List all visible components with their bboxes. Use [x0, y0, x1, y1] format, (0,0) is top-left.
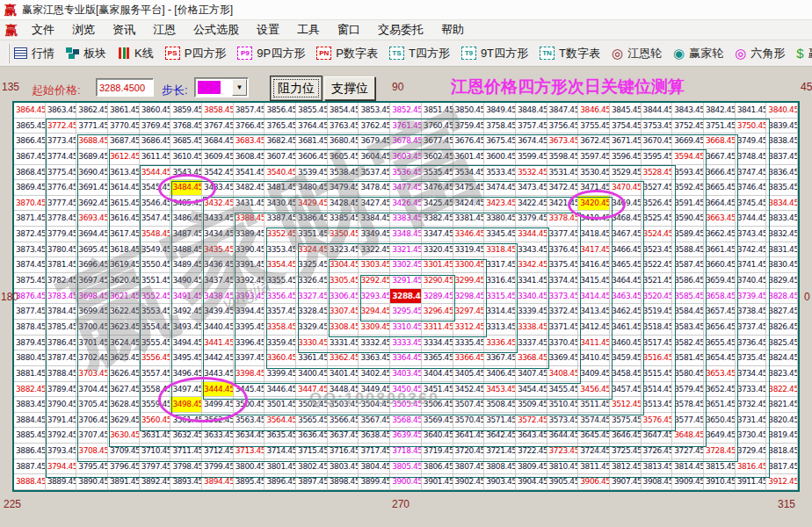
price-cell: 3580.45 [672, 366, 704, 382]
resistance-button[interactable]: 阻力位 [271, 76, 322, 100]
price-cell: 3322.45 [359, 242, 390, 258]
price-cell: 3600.45 [484, 149, 516, 165]
menu-item[interactable]: 帮助 [432, 22, 473, 38]
menu-item[interactable]: 公式选股 [185, 22, 248, 38]
price-cell: 3746.45 [736, 180, 767, 196]
price-cell: 3602.45 [422, 149, 453, 165]
price-cell: 3402.45 [359, 366, 390, 382]
toolbar-item[interactable]: ◎江恩轮 [612, 46, 662, 61]
toolbar-item[interactable]: P99P四方形 [237, 46, 305, 61]
menu-item[interactable]: 工具 [288, 22, 329, 38]
price-cell: 3795.45 [76, 459, 108, 475]
toolbar-item[interactable]: $赢家服务 [796, 46, 812, 61]
price-cell: 3731.45 [736, 413, 767, 429]
price-cell: 3542.45 [202, 165, 234, 181]
price-cell: 3307.45 [328, 304, 359, 320]
toolbar-item[interactable]: ◉赢家轮 [673, 46, 723, 61]
toolbar-item-label: 板块 [83, 46, 106, 61]
price-cell: 3888.45 [14, 474, 46, 490]
toolbar-item[interactable]: PSP四方形 [165, 46, 227, 61]
toolbar-item[interactable]: TST四方形 [389, 46, 450, 61]
price-cell: 3690.45 [76, 165, 108, 181]
price-cell: 3804.45 [359, 459, 390, 475]
price-cell: 3380.45 [484, 211, 516, 227]
toolbar: 行情板块K线PSP四方形P99P四方形PNP数字表TST四方形T99T四方形TN… [0, 40, 812, 67]
price-cell: 3467.45 [610, 227, 642, 242]
price-cell: 3817.45 [766, 459, 798, 475]
price-cell: 3374.45 [547, 273, 579, 289]
price-cell: 3381.45 [453, 211, 485, 227]
price-cell: 3444.45 [202, 382, 234, 398]
price-cell: 3473.45 [516, 180, 547, 196]
price-cell: 3655.45 [704, 336, 736, 351]
chevron-down-icon[interactable]: ▼ [232, 79, 247, 96]
toolbar-item[interactable]: K线 [118, 46, 154, 61]
price-cell: 3897.45 [296, 474, 328, 490]
price-cell: 3471.45 [578, 180, 610, 196]
menu-item[interactable]: 设置 [248, 22, 288, 38]
price-cell: 3560.45 [140, 413, 171, 429]
price-cell: 3637.45 [328, 428, 359, 444]
menu-item[interactable]: 资讯 [104, 22, 144, 38]
price-cell: 3586.45 [672, 273, 704, 289]
menu-item[interactable]: 窗口 [329, 22, 369, 38]
price-cell: 3901.45 [422, 474, 453, 490]
menu-logo-icon: 赢 [5, 24, 18, 36]
price-cell: 3563.45 [234, 413, 265, 429]
price-cell: 3890.45 [76, 474, 108, 490]
menu-item[interactable]: 交易委托 [369, 22, 432, 38]
angle-label-225: 225 [4, 498, 21, 510]
price-cell: 3671.45 [610, 134, 642, 149]
price-cell: 3898.45 [328, 474, 359, 490]
price-cell: 3493.45 [170, 320, 202, 336]
price-cell: 3363.45 [359, 350, 390, 366]
price-cell: 3333.45 [390, 336, 422, 351]
support-button[interactable]: 支撑位 [324, 76, 375, 100]
price-cell: 3392.45 [234, 273, 265, 289]
price-cell: 3434.45 [202, 227, 234, 242]
toolbar-item[interactable]: 行情 [14, 46, 54, 61]
price-cell: 3686.45 [140, 134, 171, 149]
toolbar-item[interactable]: T99T四方形 [461, 46, 528, 61]
price-cell: 3757.45 [516, 119, 547, 134]
menu-item[interactable]: 江恩 [144, 22, 185, 38]
price-cell: 3649.45 [704, 428, 736, 444]
menu-item[interactable]: 浏览 [63, 22, 104, 38]
price-cell: 3343.45 [516, 242, 547, 258]
price-cell: 3750.45 [736, 119, 767, 134]
price-cell: 3433.45 [202, 211, 234, 227]
price-cell: 3314.45 [484, 304, 516, 320]
price-cell: 3409.45 [578, 366, 610, 382]
price-cell: 3506.45 [422, 397, 453, 413]
price-cell: 3355.45 [265, 273, 296, 289]
menu-item[interactable]: 文件 [23, 22, 63, 38]
price-cell: 3590.45 [672, 211, 704, 227]
price-cell: 3361.45 [296, 350, 328, 366]
price-cell: 3582.45 [672, 336, 704, 351]
price-cell: 3342.45 [516, 257, 547, 273]
price-cell: 3505.45 [390, 397, 422, 413]
price-cell: 3592.45 [672, 180, 704, 196]
toolbar-item[interactable]: TNT数字表 [540, 46, 600, 61]
price-cell: 3457.45 [610, 382, 642, 398]
price-cell: 3517.45 [642, 336, 673, 351]
start-price-input[interactable] [96, 78, 154, 97]
price-cell: 3438.45 [202, 289, 234, 305]
toolbar-item[interactable]: ◎六角形 [735, 46, 785, 61]
price-cell: 3668.45 [704, 134, 736, 149]
toolbar-item[interactable]: PNP数字表 [316, 46, 378, 61]
price-cell: 3718.45 [390, 444, 422, 459]
price-cell: 3714.45 [265, 444, 296, 459]
step-color-dropdown[interactable]: ▼ [194, 77, 249, 97]
price-cell: 3591.45 [672, 196, 704, 212]
price-cell: 3662.45 [704, 227, 736, 242]
price-cell: 3375.45 [547, 257, 579, 273]
price-cell: 3646.45 [610, 428, 642, 444]
price-cell: 3525.45 [642, 211, 673, 227]
price-cell: 3705.45 [76, 397, 108, 413]
price-cell: 3362.45 [328, 350, 359, 366]
toolbar-item[interactable]: 板块 [66, 46, 106, 61]
price-cell: 3304.45 [328, 257, 359, 273]
price-cell: 3844.45 [642, 103, 673, 119]
price-cell: 3667.45 [704, 149, 736, 165]
